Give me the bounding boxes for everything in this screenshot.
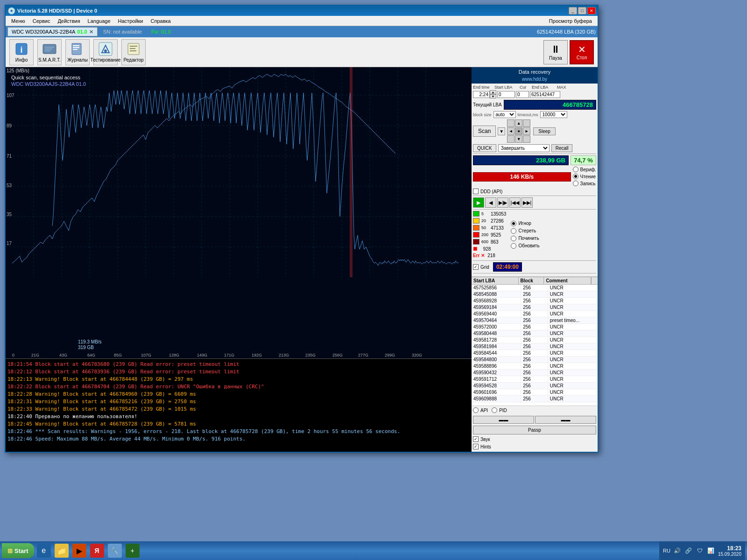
scan-button[interactable]: Scan	[473, 126, 496, 137]
sleep-button[interactable]: Sleep	[533, 127, 556, 135]
preview-buffer-button[interactable]: Просмотр буфера	[545, 17, 596, 25]
end-time-spinner[interactable]: ▲ ▼	[473, 90, 496, 98]
prev-button[interactable]: ◀	[485, 197, 496, 208]
table-row: 458545088256UNCR	[472, 291, 598, 298]
end-time-down[interactable]: ▼	[490, 94, 496, 98]
skip-end-button[interactable]: |◀◀	[509, 197, 521, 208]
nav-up[interactable]: ▲	[515, 119, 522, 127]
taskbar-yandex-icon[interactable]: Я	[90, 544, 104, 558]
taskbar-app5-icon[interactable]: 🔧	[108, 544, 122, 558]
passp-button[interactable]: Passp	[473, 426, 596, 434]
step-forward-button[interactable]: ▶|▶	[497, 197, 508, 208]
separator-4	[473, 260, 596, 261]
device-tab[interactable]: WDC WD3200AAJS-22B4A 01.0 ✕	[7, 27, 98, 36]
table-body[interactable]: 457525856256UNCR 458545088256UNCR 459568…	[472, 285, 598, 403]
log-line-2: 18:22:12 Block start at 466783936 (239 G…	[7, 368, 470, 376]
steret-radio[interactable]	[511, 228, 516, 234]
obnovit-radio[interactable]	[511, 243, 516, 249]
nav-down-right[interactable]	[523, 135, 530, 143]
log-line-8: 18:22:40 Прервано по желанию пользовател…	[7, 413, 470, 420]
sound-checkbox[interactable]	[473, 436, 479, 442]
recall-button[interactable]: Recall	[551, 144, 573, 152]
journals-icon	[70, 42, 85, 56]
x-label-21g: 21G	[31, 353, 39, 357]
err-600-color	[473, 239, 479, 245]
play-button[interactable]: ▶	[473, 197, 484, 208]
menu-item-menu[interactable]: Меню	[7, 17, 29, 25]
read-label: Чтение	[580, 174, 596, 179]
scan-dropdown-arrow[interactable]: ▼	[498, 127, 505, 135]
pid-radio[interactable]	[492, 407, 497, 413]
device-tab-close[interactable]: ✕	[89, 29, 93, 35]
write-radio[interactable]	[573, 181, 578, 186]
verif-radio[interactable]	[573, 167, 578, 172]
quick-button[interactable]: QUICK	[473, 144, 496, 152]
system-tray: RU 🔊 🔗 🛡 📊 18:23 15.09.2020	[659, 541, 745, 560]
menu-item-actions[interactable]: Действия	[54, 17, 84, 25]
end-time-up[interactable]: ▲	[490, 90, 496, 94]
end-lba-input[interactable]	[530, 91, 560, 98]
api-radio[interactable]	[473, 407, 479, 413]
data-recovery-label: Data recovery	[472, 67, 598, 77]
verif-label: Вериф.	[580, 167, 596, 172]
nav-up-left[interactable]	[507, 119, 514, 127]
smart-button[interactable]: S.M.A.R.T.	[37, 39, 62, 65]
minimize-button[interactable]: _	[569, 7, 577, 14]
nav-left[interactable]: ◄	[507, 127, 514, 135]
log-line-9: 18:22:45 Warning! Block start at 4667857…	[7, 420, 470, 428]
info-button[interactable]: i Инфо	[9, 39, 34, 65]
menu-item-help[interactable]: Справка	[147, 17, 175, 25]
jump-end-button[interactable]: ▶▶|	[521, 197, 533, 208]
taskbar-media-icon[interactable]: ▶	[72, 544, 86, 558]
pochenit-radio[interactable]	[511, 236, 516, 241]
table-row: 459584544256UNCR	[472, 350, 598, 357]
pid-radio-row: PID	[492, 407, 507, 413]
extra-btn-2[interactable]: ▬▬	[535, 416, 596, 424]
taskbar-victoria-icon[interactable]: +	[126, 544, 140, 558]
x-label-107g: 107G	[141, 353, 151, 357]
th-lba: Start LBA	[472, 277, 519, 284]
chart-graph	[6, 67, 472, 358]
nav-right[interactable]: ►	[523, 127, 530, 135]
tab-fw: Fw: 01.0	[151, 29, 171, 35]
taskbar-folder-icon[interactable]: 📁	[55, 544, 69, 558]
hints-checkbox[interactable]	[473, 444, 479, 449]
log-area[interactable]: 18:21:54 Block start at 466783680 (239 G…	[6, 358, 472, 452]
taskbar-ie-icon[interactable]: e	[37, 544, 51, 558]
start-button[interactable]: ⊞ Start	[2, 543, 34, 558]
editor-button[interactable]: Редактор	[121, 39, 146, 65]
menu-item-service[interactable]: Сервис	[29, 17, 54, 25]
nav-down[interactable]: ▼	[515, 135, 522, 143]
err-20-row: 20 27286	[473, 218, 506, 224]
nav-up-right[interactable]	[523, 119, 530, 127]
playback-controls: ▶ ◀ ▶|▶ |◀◀ ▶▶|	[473, 197, 596, 208]
test-button[interactable]: Тестирование	[93, 39, 118, 65]
error-table: Start LBA Block Comment 457525856256UNCR…	[472, 277, 598, 406]
extra-btn-1[interactable]: ▬▬	[473, 416, 534, 424]
start-lba-input[interactable]	[497, 91, 515, 98]
pause-button[interactable]: ⏸ Пауза	[543, 40, 568, 64]
x-label-213g: 213G	[279, 353, 289, 357]
pause-label: Пауза	[549, 56, 562, 61]
table-row: 459584800256UNCR	[472, 357, 598, 363]
current-lba-value: 466785728	[504, 100, 596, 110]
ddd-api-checkbox[interactable]	[473, 189, 479, 194]
close-button[interactable]: ✕	[587, 7, 596, 14]
stop-button[interactable]: ✕ Стоп	[570, 40, 594, 64]
cur-input[interactable]	[516, 91, 529, 98]
sound-label: Звук	[480, 437, 490, 442]
menu-item-language[interactable]: Language	[84, 17, 114, 25]
table-row: 459570464256preset timeo...	[472, 317, 598, 324]
menu-item-settings[interactable]: Настройки	[114, 17, 147, 25]
block-size-select[interactable]: auto 256 512	[493, 111, 516, 118]
timeout-select[interactable]: 10000 5000 2000	[540, 111, 567, 118]
end-time-input[interactable]	[473, 91, 490, 98]
ignor-radio[interactable]	[511, 221, 516, 226]
finish-select[interactable]: Завершить Ничего Выключить	[498, 144, 550, 152]
stop-icon: ✕	[578, 44, 586, 55]
read-radio[interactable]	[573, 174, 578, 179]
nav-down-left[interactable]	[507, 135, 514, 143]
journals-button[interactable]: Журналы	[65, 39, 90, 65]
grid-checkbox[interactable]	[473, 264, 479, 270]
maximize-button[interactable]: □	[578, 7, 586, 14]
